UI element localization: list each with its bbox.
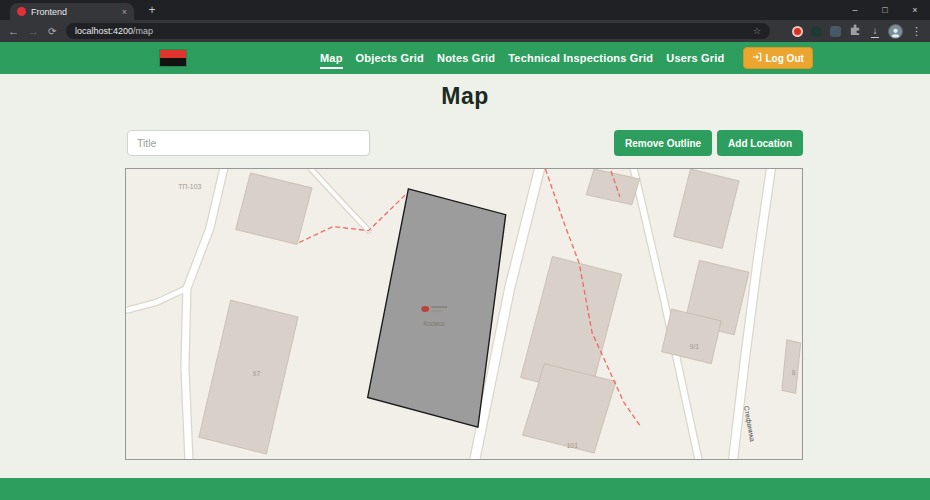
nav-item-objects-grid[interactable]: Objects Grid [356, 47, 424, 69]
new-tab-button[interactable]: + [144, 2, 160, 18]
nav-item-map[interactable]: Map [320, 47, 343, 69]
nav-item-users-grid[interactable]: Users Grid [666, 47, 724, 69]
title-input[interactable] [127, 130, 370, 156]
page-title: Map [0, 83, 930, 110]
action-buttons: Remove Outline Add Location [614, 130, 803, 156]
reload-button[interactable]: ⟳ [48, 26, 56, 37]
label-house-101: 101 [566, 442, 578, 449]
downloads-icon[interactable]: ↓ [870, 26, 880, 36]
map-container[interactable]: ТП-103 97 101 9/1 8 Космос Стефаника [125, 168, 803, 460]
app-navbar: Map Objects Grid Notes Grid Technical In… [0, 42, 930, 74]
browser-toolbar: ← → ⟳ localhost:4200 /map ☆ ↓ ⋮ [0, 20, 930, 42]
url-path: /map [133, 26, 153, 36]
logout-icon [752, 52, 762, 64]
label-house-9-1: 9/1 [690, 343, 700, 350]
label-building-name: Космос [423, 320, 446, 327]
app-logo [160, 50, 186, 66]
logo-black-stripe [160, 58, 186, 66]
minimize-button[interactable]: – [840, 0, 870, 20]
forward-button[interactable]: → [28, 25, 39, 37]
window-controls: – □ × [840, 0, 930, 20]
tab-close-icon[interactable]: × [122, 7, 127, 17]
tab-title: Frontend [31, 7, 117, 17]
maximize-button[interactable]: □ [870, 0, 900, 20]
tab-favicon-icon [17, 7, 26, 16]
nav-item-notes-grid[interactable]: Notes Grid [437, 47, 495, 69]
address-bar[interactable]: localhost:4200 /map ☆ [66, 23, 770, 39]
nav-item-technical-inspections-grid[interactable]: Technical Inspections Grid [508, 47, 653, 69]
extension-icon-3[interactable] [830, 26, 841, 37]
window-close-button[interactable]: × [900, 0, 930, 20]
browser-tab[interactable]: Frontend × [10, 3, 134, 20]
label-substation: ТП-103 [178, 183, 201, 190]
logout-button[interactable]: Log Out [743, 47, 813, 69]
browser-menu-icon[interactable]: ⋮ [911, 25, 922, 38]
back-button[interactable]: ← [8, 25, 19, 37]
url-host: localhost:4200 [75, 26, 133, 36]
label-house-97: 97 [253, 370, 261, 377]
label-house-8: 8 [792, 369, 796, 376]
nav-menu: Map Objects Grid Notes Grid Technical In… [320, 42, 813, 74]
extension-icon-2[interactable] [811, 26, 822, 37]
extension-icon-1[interactable] [792, 26, 803, 37]
bookmark-star-icon[interactable]: ☆ [753, 26, 761, 36]
add-location-button[interactable]: Add Location [717, 130, 803, 156]
browser-titlebar: Frontend × + – □ × [0, 0, 930, 20]
map-canvas[interactable]: ТП-103 97 101 9/1 8 Космос Стефаника [126, 169, 802, 459]
extensions-puzzle-icon[interactable] [849, 22, 862, 40]
footer [0, 478, 930, 500]
profile-avatar[interactable] [888, 24, 903, 39]
logo-red-stripe [160, 50, 186, 58]
logout-label: Log Out [766, 53, 804, 64]
remove-outline-button[interactable]: Remove Outline [614, 130, 712, 156]
label-street-name: Стефаника [742, 405, 756, 442]
